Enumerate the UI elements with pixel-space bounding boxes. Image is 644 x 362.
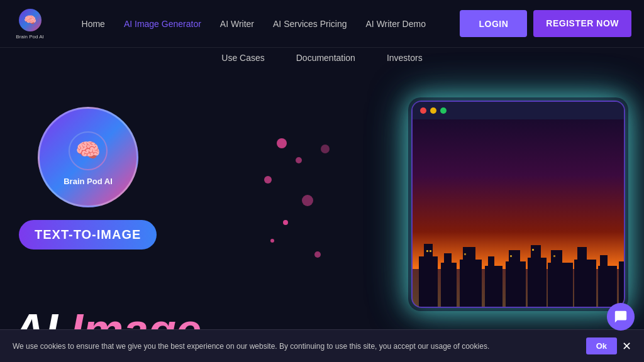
nav-bottom: Use Cases Documentation Investors bbox=[0, 47, 644, 70]
svg-rect-24 bbox=[426, 250, 428, 252]
logo[interactable]: 🧠 Brain Pod AI bbox=[13, 8, 47, 40]
brand-circle: 🧠 Brain Pod AI bbox=[38, 107, 138, 207]
svg-rect-12 bbox=[488, 256, 494, 278]
logo-icon: 🧠 bbox=[18, 8, 43, 33]
window-dot-yellow bbox=[430, 107, 436, 114]
cookie-ok-button[interactable]: Ok bbox=[586, 337, 617, 354]
svg-rect-23 bbox=[619, 261, 625, 307]
window-dot-green bbox=[440, 107, 447, 114]
nav-link-ai-writer-demo[interactable]: AI Writer Demo bbox=[366, 19, 426, 29]
particles-decoration bbox=[239, 126, 365, 283]
brand-brain-icon: 🧠 bbox=[66, 129, 110, 173]
header: 🧠 Brain Pod AI Home AI Image Generator A… bbox=[0, 0, 644, 70]
nav-buttons: LOGIN REGISTER NOW bbox=[460, 10, 631, 36]
svg-text:🧠: 🧠 bbox=[75, 138, 101, 162]
nav-links-top: Home AI Image Generator AI Writer AI Ser… bbox=[66, 19, 441, 29]
nav-top: 🧠 Brain Pod AI Home AI Image Generator A… bbox=[0, 0, 644, 47]
login-button[interactable]: LOGIN bbox=[460, 10, 527, 36]
svg-rect-16 bbox=[531, 245, 541, 264]
chat-icon bbox=[614, 310, 628, 324]
window-dot-red bbox=[420, 107, 426, 114]
cookie-banner: We use cookies to ensure that we give yo… bbox=[0, 329, 644, 362]
phone-screen bbox=[413, 119, 624, 307]
svg-rect-8 bbox=[444, 253, 452, 288]
nav-link-investors[interactable]: Investors bbox=[387, 53, 423, 63]
city-skyline bbox=[413, 231, 625, 307]
nav-link-use-cases[interactable]: Use Cases bbox=[221, 53, 264, 63]
svg-rect-10 bbox=[463, 247, 475, 278]
chat-widget[interactable] bbox=[607, 303, 635, 331]
svg-rect-29 bbox=[553, 255, 555, 257]
brand-circle-text: Brain Pod AI bbox=[64, 177, 113, 186]
phone-mockup bbox=[411, 101, 625, 308]
svg-rect-15 bbox=[528, 258, 547, 307]
svg-rect-27 bbox=[510, 255, 512, 257]
nav-link-home[interactable]: Home bbox=[82, 19, 105, 29]
svg-rect-18 bbox=[551, 250, 562, 272]
logo-text: Brain Pod AI bbox=[16, 34, 43, 40]
nav-link-documentation[interactable]: Documentation bbox=[296, 53, 355, 63]
nav-link-ai-writer[interactable]: AI Writer bbox=[220, 19, 254, 29]
cookie-close-button[interactable]: ✕ bbox=[622, 339, 631, 353]
svg-rect-6 bbox=[424, 244, 433, 282]
phone-top-bar bbox=[413, 102, 624, 119]
svg-rect-20 bbox=[577, 247, 587, 269]
svg-rect-28 bbox=[532, 249, 534, 251]
svg-rect-25 bbox=[430, 250, 431, 252]
svg-rect-26 bbox=[464, 253, 466, 255]
hero-left-content: 🧠 Brain Pod AI TEXT-TO-IMAGE bbox=[13, 107, 264, 250]
svg-rect-14 bbox=[509, 250, 520, 269]
text-to-image-badge: TEXT-TO-IMAGE bbox=[19, 220, 157, 250]
nav-link-ai-image-generator[interactable]: AI Image Generator bbox=[124, 19, 201, 29]
nav-link-ai-services-pricing[interactable]: AI Services Pricing bbox=[273, 19, 347, 29]
register-button[interactable]: REGISTER NOW bbox=[533, 10, 631, 36]
svg-text:🧠: 🧠 bbox=[24, 14, 36, 26]
cookie-text: We use cookies to ensure that we give yo… bbox=[13, 342, 581, 351]
svg-rect-22 bbox=[600, 255, 608, 274]
